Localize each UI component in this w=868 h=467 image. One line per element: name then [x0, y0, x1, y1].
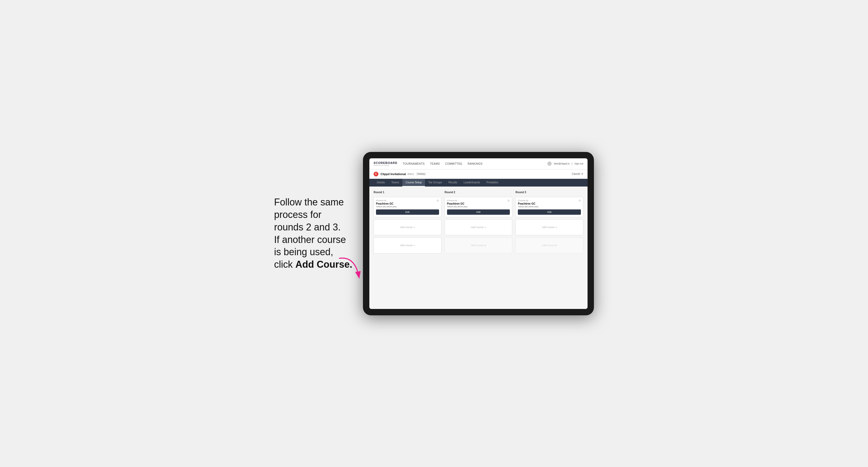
logo-sub: Powered by clippd	[374, 164, 397, 166]
content-area: Round 1 ⊙ (Course A) Peachtree GC Yellow…	[369, 187, 588, 309]
round-3-plus-icon-2: +	[555, 244, 557, 247]
round-2-add-course-text-2: Add Course +	[471, 244, 486, 247]
round-1-add-label-2: Add Course	[400, 244, 413, 247]
round-3-edit-button[interactable]: Edit	[518, 210, 581, 215]
sub-header: C Clippd Invitational (Men) Hosting Canc…	[369, 169, 588, 179]
round-2-label: Round 2	[445, 191, 513, 194]
round-2-edit-button[interactable]: Edit	[447, 210, 510, 215]
round-2-plus-icon-1: +	[484, 226, 486, 229]
clippd-logo-icon: C	[374, 172, 378, 177]
instruction-line5: is being used,	[274, 246, 333, 257]
round-3-plus-icon-1: +	[555, 226, 557, 229]
tournament-name: Clippd Invitational	[380, 173, 406, 176]
instruction-line3: rounds 2 and 3.	[274, 222, 341, 232]
page-wrapper: Follow the same process for rounds 2 and…	[0, 141, 868, 326]
tablet-screen: SCOREBOARD Powered by clippd TOURNAMENTS…	[369, 158, 588, 309]
tab-details[interactable]: Details	[374, 179, 388, 187]
round-3-add-label-2: Add Course	[542, 244, 555, 247]
round-2-add-label-2: Add Course	[471, 244, 484, 247]
round-2-course-name: Peachtree GC	[447, 202, 510, 205]
instruction-line4: If another course	[274, 234, 346, 245]
round-2-add-course-1[interactable]: Add Course +	[445, 219, 513, 235]
round-1-plus-icon-2: +	[413, 244, 415, 247]
round-3-add-course-2: Add Course +	[516, 237, 583, 253]
round-1-add-course-text-1: Add Course +	[400, 226, 415, 229]
round-1-add-course-2[interactable]: Add Course +	[374, 237, 441, 253]
round-2-plus-icon-2: +	[484, 244, 486, 247]
nav-tournaments[interactable]: TOURNAMENTS	[403, 161, 425, 166]
user-email: blair@clippd.io	[554, 162, 569, 165]
round-2-add-label-1: Add Course	[471, 226, 484, 228]
round-2-column: Round 2 ⊙ (Course A) Peachtree GC Yellow…	[445, 191, 513, 253]
round-2-add-course-text-1: Add Course +	[471, 226, 486, 229]
round-1-course-name: Peachtree GC	[376, 202, 439, 205]
tournament-qualifier: (Men)	[407, 173, 414, 175]
cancel-button[interactable]: Cancel ✕	[572, 173, 583, 175]
round-3-course-tag: (Course A)	[518, 199, 581, 202]
round-3-course-card: ⊙ (Course A) Peachtree GC Yellow (M) (66…	[516, 197, 583, 217]
round-1-add-course-text-2: Add Course +	[400, 244, 415, 247]
round-1-course-info: Yellow (M) (6629 yds)	[376, 206, 439, 208]
nav-teams[interactable]: TEAMS	[430, 161, 440, 166]
round-2-course-card: ⊙ (Course A) Peachtree GC Yellow (M) (66…	[445, 197, 513, 217]
cancel-icon: ✕	[581, 173, 583, 175]
instruction-text: Follow the same process for rounds 2 and…	[274, 196, 352, 271]
tablet-frame: SCOREBOARD Powered by clippd TOURNAMENTS…	[363, 152, 594, 315]
round-3-add-course-text-2: Add Course +	[542, 244, 557, 247]
nav-right: blair@clippd.io | Sign out	[547, 161, 583, 166]
instruction-line2: process for	[274, 209, 321, 220]
top-nav: SCOREBOARD Powered by clippd TOURNAMENTS…	[369, 158, 588, 169]
round-3-label: Round 3	[516, 191, 583, 194]
round-1-delete-icon[interactable]: ⊙	[436, 199, 440, 203]
tab-tee-groups[interactable]: Tee Groups	[425, 179, 445, 187]
round-3-column: Round 3 ⊙ (Course A) Peachtree GC Yellow…	[516, 191, 583, 253]
round-2-delete-icon[interactable]: ⊙	[507, 199, 510, 203]
instruction-line6: click	[274, 259, 296, 270]
round-1-plus-icon-1: +	[413, 226, 415, 229]
tab-results[interactable]: Results	[445, 179, 460, 187]
tab-printables[interactable]: Printables	[483, 179, 501, 187]
sign-out-link[interactable]: Sign out	[575, 162, 583, 165]
rounds-grid: Round 1 ⊙ (Course A) Peachtree GC Yellow…	[374, 191, 583, 253]
round-3-add-course-1[interactable]: Add Course +	[516, 219, 583, 235]
round-3-add-course-text-1: Add Course +	[542, 226, 557, 229]
round-3-course-name: Peachtree GC	[518, 202, 581, 205]
round-3-add-label-1: Add Course	[542, 226, 555, 228]
round-2-course-tag: (Course A)	[447, 199, 510, 202]
nav-committee[interactable]: COMMITTEE	[445, 161, 462, 166]
round-3-course-info: Yellow (M) (6629 yds)	[518, 206, 581, 208]
user-avatar	[547, 161, 552, 166]
tab-teams[interactable]: Teams	[388, 179, 402, 187]
round-1-add-label-1: Add Course	[400, 226, 413, 228]
tab-leaderboards[interactable]: Leaderboards	[460, 179, 483, 187]
tab-course-setup[interactable]: Course Setup	[402, 179, 425, 187]
cancel-label: Cancel	[572, 173, 580, 175]
pipe-separator: |	[572, 162, 572, 165]
scoreboard-logo: SCOREBOARD Powered by clippd	[374, 161, 397, 166]
logo-text: SCOREBOARD	[374, 161, 397, 164]
round-3-delete-icon[interactable]: ⊙	[578, 199, 581, 203]
round-1-column: Round 1 ⊙ (Course A) Peachtree GC Yellow…	[374, 191, 441, 253]
round-2-course-info: Yellow (M) (6629 yds)	[447, 206, 510, 208]
instruction-line1: Follow the same	[274, 197, 344, 208]
nav-rankings[interactable]: RANKINGS	[468, 161, 483, 166]
tabs-bar: Details Teams Course Setup Tee Groups Re…	[369, 179, 588, 187]
hosting-badge: Hosting	[416, 173, 426, 175]
instruction-bold: Add Course.	[296, 259, 352, 270]
round-1-add-course-1[interactable]: Add Course +	[374, 219, 441, 235]
round-1-label: Round 1	[374, 191, 441, 194]
nav-links: TOURNAMENTS TEAMS COMMITTEE RANKINGS	[403, 161, 547, 166]
round-1-course-tag: (Course A)	[376, 199, 439, 202]
round-1-course-card: ⊙ (Course A) Peachtree GC Yellow (M) (66…	[374, 197, 441, 217]
round-2-add-course-2: Add Course +	[445, 237, 513, 253]
round-1-edit-button[interactable]: Edit	[376, 210, 439, 215]
